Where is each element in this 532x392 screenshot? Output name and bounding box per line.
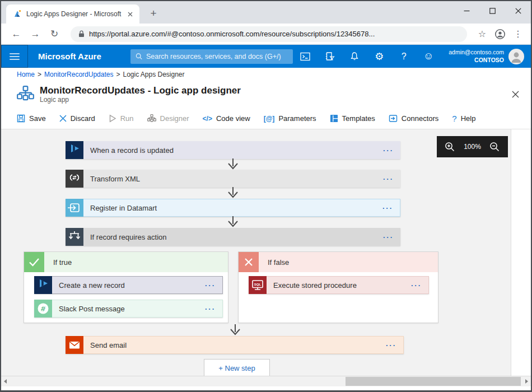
profile-icon xyxy=(494,29,506,40)
settings-button[interactable]: ⚙ xyxy=(374,51,385,62)
discard-button[interactable]: Discard xyxy=(59,114,95,123)
scrollbar-thumb[interactable] xyxy=(346,377,521,386)
step-title: Create a new record xyxy=(52,281,205,290)
breadcrumb-home[interactable]: Home xyxy=(17,71,35,78)
directory-filter-button[interactable] xyxy=(324,51,335,62)
maximize-button[interactable] xyxy=(479,1,505,20)
cloud-shell-button[interactable] xyxy=(300,51,311,62)
sql-icon: SQL xyxy=(249,276,267,294)
azure-brand: Microsoft Azure xyxy=(38,52,101,61)
designer-button[interactable]: Designer xyxy=(147,114,189,123)
breadcrumb: Home > MonitorRecordUpdates > Logic Apps… xyxy=(1,68,531,81)
step-card-register-datamart[interactable]: Register in Datamart ··· xyxy=(66,199,400,217)
breadcrumb-current: Logic Apps Designer xyxy=(123,71,184,78)
breadcrumb-app[interactable]: MonitorRecordUpdates xyxy=(44,71,113,78)
sql-glyph-text: SQL xyxy=(254,283,262,286)
forward-button[interactable]: → xyxy=(28,27,43,41)
datamart-connector-icon xyxy=(66,199,83,217)
branch-false-container: If false SQL Execute stored procedure ··… xyxy=(238,251,438,323)
horizontal-scrollbar[interactable] xyxy=(1,376,531,386)
account-tenant: CONTOSO xyxy=(449,57,504,64)
help-toolbar-button[interactable]: ? Help xyxy=(452,114,475,123)
card-menu-ellipsis[interactable]: ··· xyxy=(386,341,403,349)
zoom-out-button[interactable] xyxy=(489,141,501,152)
step-title: Execute stored procedure xyxy=(267,281,411,290)
card-menu-ellipsis[interactable]: ··· xyxy=(383,175,400,183)
help-icon: ? xyxy=(452,114,456,123)
window-close-button[interactable] xyxy=(505,1,531,20)
branch-true-container: If true Create a new record ··· # xyxy=(24,251,228,323)
branch-false-header[interactable]: If false xyxy=(239,252,438,272)
step-card-send-email[interactable]: Send email ··· xyxy=(66,336,404,354)
discard-icon xyxy=(59,115,67,122)
breadcrumb-separator: > xyxy=(38,71,41,78)
code-view-button[interactable]: </> Code view xyxy=(203,114,250,123)
parameters-button[interactable]: [@] Parameters xyxy=(264,114,316,123)
new-step-button[interactable]: + New step xyxy=(204,359,270,377)
step-card-trigger[interactable]: When a record is updated ··· xyxy=(66,141,400,159)
scroll-left-icon[interactable] xyxy=(3,379,8,384)
browser-tab[interactable]: Logic Apps Designer - Microsoft xyxy=(6,4,139,24)
minimize-button[interactable] xyxy=(454,1,479,20)
step-card-stored-procedure[interactable]: SQL Execute stored procedure ··· xyxy=(249,276,429,294)
condition-icon xyxy=(66,228,83,246)
help-button[interactable]: ? xyxy=(398,51,409,62)
new-tab-button[interactable]: + xyxy=(146,6,161,21)
reload-button[interactable]: ↻ xyxy=(47,27,62,41)
step-title: Slack Post message xyxy=(52,305,205,313)
slack-icon: # xyxy=(34,300,52,318)
run-label: Run xyxy=(120,114,134,123)
card-menu-ellipsis[interactable]: ··· xyxy=(205,281,222,290)
templates-label: Templates xyxy=(342,114,375,123)
close-icon xyxy=(128,12,133,17)
step-card-slack-post[interactable]: # Slack Post message ··· xyxy=(34,300,223,318)
notifications-button[interactable] xyxy=(349,51,360,62)
save-label: Save xyxy=(29,114,46,123)
global-search[interactable] xyxy=(130,49,293,64)
close-icon xyxy=(512,91,519,98)
step-title: If record requires action xyxy=(83,233,383,241)
lock-icon xyxy=(78,30,85,38)
email-icon xyxy=(66,336,83,354)
tab-strip: Logic Apps Designer - Microsoft + xyxy=(1,1,531,24)
address-bar[interactable]: https://portal.azure.com/#@contoso.onmic… xyxy=(71,26,467,42)
tab-close-button[interactable] xyxy=(125,9,135,19)
branch-true-header[interactable]: If true xyxy=(24,252,228,272)
step-card-condition[interactable]: If record requires action ··· xyxy=(66,228,400,246)
card-menu-ellipsis[interactable]: ··· xyxy=(411,281,428,290)
directory-filter-icon xyxy=(325,52,335,61)
templates-button[interactable]: Templates xyxy=(330,114,375,123)
card-menu-ellipsis[interactable]: ··· xyxy=(383,233,400,241)
step-card-transform-xml[interactable]: Transform XML ··· xyxy=(66,170,400,188)
designer-icon xyxy=(147,114,156,123)
scroll-right-icon[interactable] xyxy=(524,379,529,384)
card-menu-ellipsis[interactable]: ··· xyxy=(205,305,222,313)
back-button[interactable]: ← xyxy=(9,27,24,41)
zoom-in-button[interactable] xyxy=(444,141,455,152)
run-button[interactable]: Run xyxy=(109,114,134,123)
url-text: https://portal.azure.com/#@contoso.onmic… xyxy=(89,30,375,38)
discard-label: Discard xyxy=(71,114,95,123)
account-menu[interactable]: admin@contoso.com CONTOSO xyxy=(449,49,524,64)
browser-menu-button[interactable]: ⋮ xyxy=(511,27,525,41)
bookmark-star-button[interactable]: ☆ xyxy=(475,27,489,41)
card-menu-ellipsis[interactable]: ··· xyxy=(382,204,400,212)
avatar[interactable] xyxy=(508,49,524,64)
step-card-create-record[interactable]: Create a new record ··· xyxy=(34,276,223,294)
flow-arrow-icon xyxy=(226,187,240,198)
global-search-input[interactable] xyxy=(146,53,288,60)
connectors-button[interactable]: Connectors xyxy=(389,114,438,123)
card-menu-ellipsis[interactable]: ··· xyxy=(383,146,400,155)
page-title: MonitorRecordUpdates - Logic app designe… xyxy=(40,85,241,96)
browser-profile-button[interactable] xyxy=(493,27,507,41)
panel-close-button[interactable] xyxy=(508,88,522,101)
close-icon xyxy=(515,8,521,14)
parameters-label: Parameters xyxy=(278,114,316,123)
feedback-button[interactable]: ☺ xyxy=(423,51,434,62)
zoom-out-icon xyxy=(489,142,500,152)
save-button[interactable]: Save xyxy=(17,114,46,123)
hamburger-menu-button[interactable] xyxy=(1,45,28,68)
logic-app-icon xyxy=(17,85,34,104)
cloud-shell-icon xyxy=(300,52,310,61)
zoom-in-icon xyxy=(445,142,455,152)
